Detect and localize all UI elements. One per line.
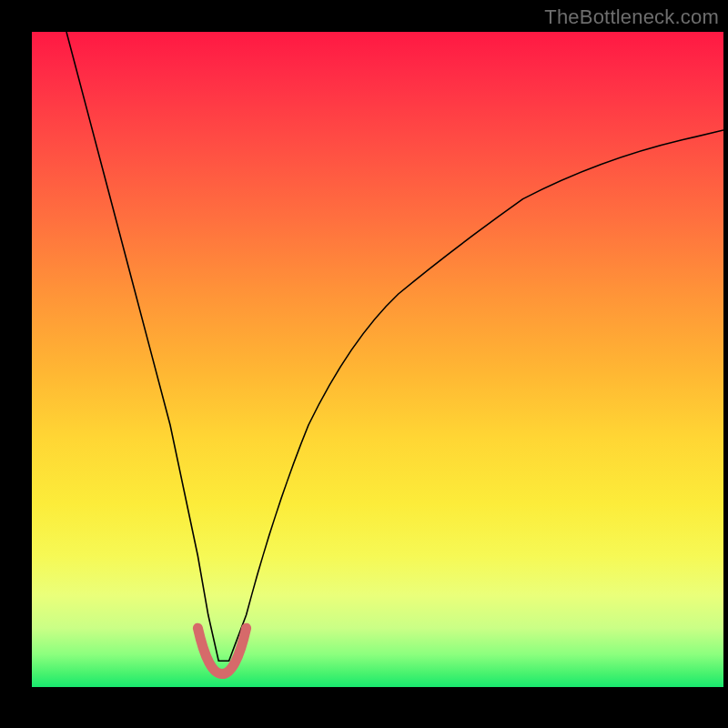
curve-main <box>66 32 723 661</box>
plot-area <box>32 32 723 687</box>
chart-frame: TheBottleneck.com <box>0 0 728 728</box>
chart-svg <box>32 32 723 687</box>
watermark-text: TheBottleneck.com <box>544 5 719 29</box>
